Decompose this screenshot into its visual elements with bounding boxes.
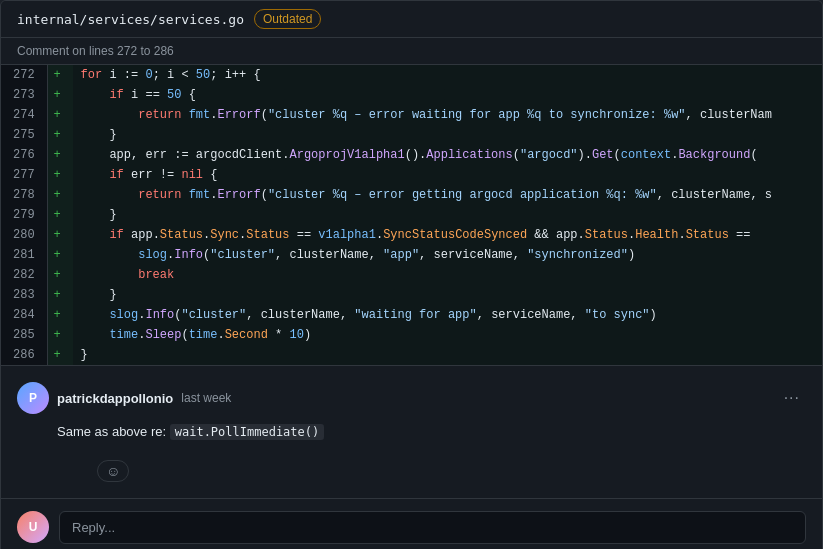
comment-text-prefix: Same as above re: [57, 424, 170, 439]
comment-code: wait.PollImmediate() [170, 424, 325, 440]
line-content: } [73, 285, 822, 305]
file-path: internal/services/services.go [17, 12, 244, 27]
emoji-reaction-button[interactable]: ☺ [97, 460, 129, 482]
file-header: internal/services/services.go Outdated [1, 1, 822, 38]
line-content: return fmt.Errorf("cluster %q – error wa… [73, 105, 822, 125]
table-row: 281 + slog.Info("cluster", clusterName, … [1, 245, 822, 265]
line-number: 275 [1, 125, 48, 145]
line-sign: + [48, 105, 73, 125]
line-content: time.Sleep(time.Second * 10) [73, 325, 822, 345]
comment-item: P patrickdappollonio last week ··· Same … [1, 366, 822, 499]
outdated-badge: Outdated [254, 9, 321, 29]
pr-comment-container: internal/services/services.go Outdated C… [0, 0, 823, 549]
line-number: 276 [1, 145, 48, 165]
comment-body: Same as above re: wait.PollImmediate() [57, 422, 806, 442]
table-row: 272 + for i := 0; i < 50; i++ { [1, 65, 822, 85]
table-row: 282 + break [1, 265, 822, 285]
table-row: 284 + slog.Info("cluster", clusterName, … [1, 305, 822, 325]
table-row: 273 + if i == 50 { [1, 85, 822, 105]
line-content: app, err := argocdClient.ArgoprojV1alpha… [73, 145, 822, 165]
line-content: for i := 0; i < 50; i++ { [73, 65, 822, 85]
line-sign: + [48, 185, 73, 205]
line-content: slog.Info("cluster", clusterName, "waiti… [73, 305, 822, 325]
line-content: } [73, 125, 822, 145]
comment-meta: P patrickdappollonio last week [17, 382, 231, 414]
table-row: 280 + if app.Status.Sync.Status == v1alp… [1, 225, 822, 245]
line-content: if app.Status.Sync.Status == v1alpha1.Sy… [73, 225, 822, 245]
table-row: 283 + } [1, 285, 822, 305]
line-number: 286 [1, 345, 48, 365]
line-number: 281 [1, 245, 48, 265]
table-row: 286 + } [1, 345, 822, 365]
table-row: 274 + return fmt.Errorf("cluster %q – er… [1, 105, 822, 125]
table-row: 279 + } [1, 205, 822, 225]
code-block: 272 + for i := 0; i < 50; i++ { 273 + if… [1, 65, 822, 365]
line-content: if i == 50 { [73, 85, 822, 105]
line-sign: + [48, 65, 73, 85]
line-number: 277 [1, 165, 48, 185]
line-number: 278 [1, 185, 48, 205]
username: patrickdappollonio [57, 391, 173, 406]
line-number: 282 [1, 265, 48, 285]
line-sign: + [48, 85, 73, 105]
line-sign: + [48, 345, 73, 365]
table-row: 285 + time.Sleep(time.Second * 10) [1, 325, 822, 345]
line-content: return fmt.Errorf("cluster %q – error ge… [73, 185, 822, 205]
reply-area: U [1, 499, 822, 550]
line-sign: + [48, 165, 73, 185]
line-sign: + [48, 285, 73, 305]
line-content: } [73, 345, 822, 365]
line-sign: + [48, 265, 73, 285]
line-content: break [73, 265, 822, 285]
line-sign: + [48, 245, 73, 265]
line-number: 272 [1, 65, 48, 85]
table-row: 276 + app, err := argocdClient.ArgoprojV… [1, 145, 822, 165]
line-content: if err != nil { [73, 165, 822, 185]
line-sign: + [48, 305, 73, 325]
line-number: 285 [1, 325, 48, 345]
line-number: 279 [1, 205, 48, 225]
more-options-button[interactable]: ··· [778, 387, 806, 409]
line-number: 273 [1, 85, 48, 105]
line-sign: + [48, 145, 73, 165]
reply-input[interactable] [59, 511, 806, 544]
timestamp: last week [181, 391, 231, 405]
table-row: 278 + return fmt.Errorf("cluster %q – er… [1, 185, 822, 205]
line-sign: + [48, 325, 73, 345]
table-row: 275 + } [1, 125, 822, 145]
line-number: 283 [1, 285, 48, 305]
table-row: 277 + if err != nil { [1, 165, 822, 185]
line-content: } [73, 205, 822, 225]
line-number: 274 [1, 105, 48, 125]
line-sign: + [48, 125, 73, 145]
line-content: slog.Info("cluster", clusterName, "app",… [73, 245, 822, 265]
comment-header: P patrickdappollonio last week ··· [17, 382, 806, 414]
lines-comment-text: Comment on lines 272 to 286 [17, 44, 174, 58]
line-sign: + [48, 205, 73, 225]
comment-section: P patrickdappollonio last week ··· Same … [1, 365, 822, 549]
avatar: P [17, 382, 49, 414]
reply-avatar: U [17, 511, 49, 543]
line-number: 280 [1, 225, 48, 245]
line-number: 284 [1, 305, 48, 325]
lines-comment-bar: Comment on lines 272 to 286 [1, 38, 822, 65]
line-sign: + [48, 225, 73, 245]
